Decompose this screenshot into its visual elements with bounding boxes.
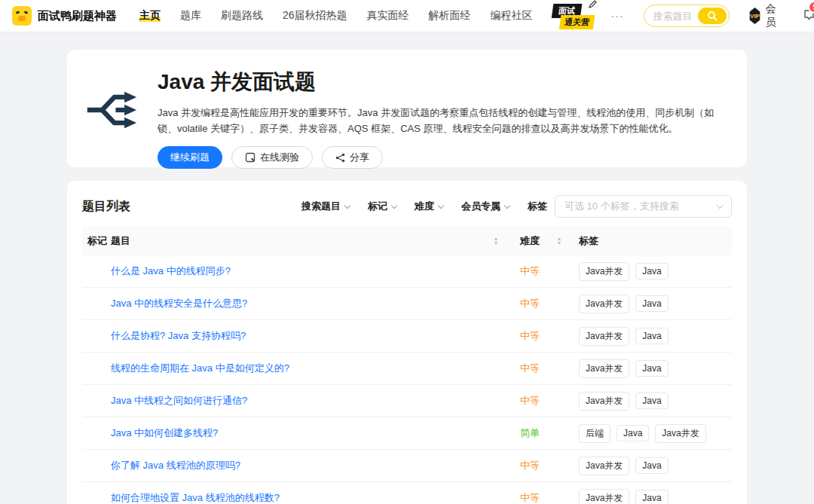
tag-chip[interactable]: Java并发 [579,457,629,475]
question-link[interactable]: 如何合理地设置 Java 线程池的线程数? [111,491,488,504]
continue-practice-button[interactable]: 继续刷题 [158,146,222,169]
table-row: 什么是协程? Java 支持协程吗? 中等 Java并发Java [82,320,732,353]
question-link[interactable]: Java 中如何创建多线程? [111,426,488,440]
brand-title: 面试鸭刷题神器 [38,9,117,23]
question-link[interactable]: Java 中的线程安全是什么意思? [111,297,488,310]
interview-camp-badge[interactable]: 面试 通关营 [551,2,595,29]
table-row: Java 中如何创建多线程? 简单 后端JavaJava并发 [82,417,732,450]
nav-item-home[interactable]: 主页 [139,9,161,23]
filter-tags-label: 标签 [528,200,547,213]
column-header-tags: 标签 [579,234,727,248]
difficulty-badge: 中等 [520,297,552,310]
question-link[interactable]: 什么是 Java 中的线程同步? [111,264,488,278]
tag-chip[interactable]: Java [635,393,668,409]
camp-badge-bottom-label: 通关营 [558,15,595,29]
sort-difficulty-button[interactable]: ▲ ▼ [552,237,567,246]
column-header-question: 题目 [111,234,488,248]
tag-chip[interactable]: Java并发 [579,489,629,504]
online-quiz-label: 在线测验 [260,151,299,164]
tag-chip[interactable]: Java并发 [579,327,629,346]
navbar-search [644,5,730,27]
row-tags: Java并发Java [579,327,727,346]
filter-difficulty[interactable]: 难度 [415,200,443,213]
list-filters: 搜索题目 标记 难度 会员专属 标签 可选 10 个标签，支持搜索 [301,195,732,218]
topic-title: Java 并发面试题 [158,68,726,96]
column-header-difficulty: 难度 [520,234,552,248]
filter-member-only[interactable]: 会员专属 [461,200,510,213]
difficulty-badge: 中等 [520,264,552,278]
question-list-title: 题目列表 [82,199,130,215]
table-row: Java 中的线程安全是什么意思? 中等 Java并发Java [82,288,732,320]
difficulty-badge: 简单 [520,426,552,440]
topic-fork-icon [79,68,158,152]
tag-chip[interactable]: Java并发 [655,424,705,443]
topic-hero-card: Java 并发面试题 Java 并发编程是高性能应用开发的重要环节。Java 并… [67,50,747,167]
share-label: 分享 [350,151,369,164]
filter-mark[interactable]: 标记 [368,200,396,213]
notifications-button[interactable]: 99+ [802,8,814,25]
tag-chip[interactable]: Java并发 [579,392,629,411]
table-header: 标记 题目 ▲ ▼ 难度 ▲ ▼ 标签 [82,227,732,255]
pencil-icon [588,0,598,9]
top-navbar: 面试鸭刷题神器 主页 题库 刷题路线 26届秋招热题 真实面经 解析面经 编程社… [0,0,814,32]
question-link[interactable]: 线程的生命周期在 Java 中是如何定义的? [111,362,488,375]
difficulty-badge: 中等 [520,394,552,408]
nav-item-hot-questions[interactable]: 26届秋招热题 [283,9,347,23]
table-row: 线程的生命周期在 Java 中是如何定义的? 中等 Java并发Java [82,353,732,385]
question-link[interactable]: Java 中线程之间如何进行通信? [111,394,488,408]
chevron-down-icon [344,202,350,208]
filter-search-question[interactable]: 搜索题目 [301,200,350,213]
table-row: Java 中线程之间如何进行通信? 中等 Java并发Java [82,385,732,417]
nav-more-ellipsis[interactable]: ··· [611,10,624,22]
tag-chip[interactable]: Java并发 [579,262,629,281]
nav-item-coding-community[interactable]: 编程社区 [491,9,533,23]
chevron-down-icon [717,202,723,208]
difficulty-badge: 中等 [520,329,552,343]
table-row: 什么是 Java 中的线程同步? 中等 Java并发Java [82,255,732,288]
row-tags: Java并发Java [579,359,727,378]
app-logo-duck-icon[interactable] [12,6,32,26]
chevron-down-icon [391,202,397,208]
chevron-down-icon [438,202,444,208]
tag-chip[interactable]: Java [635,263,668,279]
table-row: 你了解 Java 线程池的原理吗? 中等 Java并发Java [82,450,732,482]
question-link[interactable]: 什么是协程? Java 支持协程吗? [111,329,488,343]
search-button[interactable] [698,8,727,24]
row-tags: Java并发Java [579,489,727,504]
search-icon [707,11,718,21]
caret-down-icon: ▼ [494,241,499,246]
tag-select-placeholder: 可选 10 个标签，支持搜索 [565,200,679,213]
difficulty-badge: 中等 [520,459,552,472]
tag-chip[interactable]: Java [635,328,668,344]
table-row: 如何合理地设置 Java 线程池的线程数? 中等 Java并发Java [82,482,732,504]
share-button[interactable]: 分享 [322,146,383,169]
row-tags: Java并发Java [579,262,727,281]
sort-question-button[interactable]: ▲ ▼ [488,237,503,246]
share-icon [335,153,345,163]
row-tags: 后端JavaJava并发 [579,424,727,443]
tag-chip[interactable]: Java [617,425,649,441]
row-tags: Java并发Java [579,457,727,475]
tag-chip[interactable]: Java并发 [579,295,629,313]
nav-item-interview-analysis[interactable]: 解析面经 [429,9,471,23]
tag-chip[interactable]: Java [635,360,668,377]
vip-member-entry[interactable]: VIP 会员 [749,2,781,29]
chevron-down-icon [504,202,510,208]
online-quiz-button[interactable]: 在线测验 [231,146,313,169]
difficulty-badge: 中等 [520,362,552,375]
question-list-card: 题目列表 搜索题目 标记 难度 会员专属 标签 可选 10 个标签，支持搜索 [67,181,747,504]
row-tags: Java并发Java [579,392,727,411]
nav-item-question-bank[interactable]: 题库 [180,9,201,23]
quiz-icon [245,152,256,163]
tag-chip[interactable]: Java并发 [579,359,629,378]
row-tags: Java并发Java [579,295,727,313]
tag-filter-select[interactable]: 可选 10 个标签，支持搜索 [555,195,732,218]
nav-item-study-path[interactable]: 刷题路线 [221,9,263,23]
question-link[interactable]: 你了解 Java 线程池的原理吗? [111,459,488,472]
caret-down-icon: ▼ [557,241,562,246]
tag-chip[interactable]: 后端 [579,424,610,443]
nav-item-real-interviews[interactable]: 真实面经 [367,9,409,23]
tag-chip[interactable]: Java [635,490,668,504]
tag-chip[interactable]: Java [635,457,668,474]
tag-chip[interactable]: Java [635,295,668,312]
